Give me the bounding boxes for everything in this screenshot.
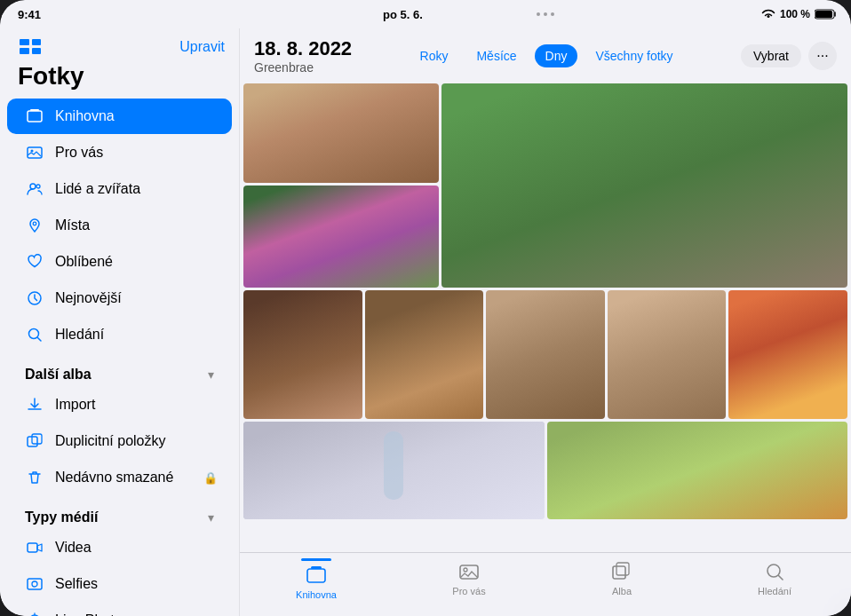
- wifi-icon: [761, 9, 775, 20]
- tab-albums-label: Alba: [612, 586, 632, 596]
- sidebar-label-duplicates: Duplicitní položky: [55, 433, 218, 449]
- svg-rect-27: [613, 566, 625, 579]
- video-icon: [25, 538, 44, 557]
- grid-top-left: [243, 83, 439, 288]
- sidebar-item-search[interactable]: Hledání: [7, 317, 232, 352]
- photo-person-top[interactable]: [243, 83, 439, 183]
- svg-rect-13: [28, 543, 37, 552]
- tab-for-you-label: Pro vás: [452, 586, 485, 596]
- photo-water-bottle[interactable]: [243, 422, 545, 519]
- sidebar-label-search: Hledání: [55, 327, 218, 343]
- photo-food-cut[interactable]: [547, 422, 848, 519]
- svg-point-26: [464, 568, 467, 572]
- svg-point-7: [36, 185, 40, 188]
- tab-for-you-icon: [457, 560, 481, 583]
- nav-all[interactable]: Všechny fotky: [585, 44, 683, 67]
- battery-icon: [815, 9, 837, 20]
- content-date: 18. 8. 2022: [254, 37, 352, 60]
- content-area: 18. 8. 2022 Greenbrae Roky Měsíce Dny Vš…: [240, 28, 851, 616]
- section-other-albums-chevron: ▾: [208, 367, 214, 382]
- content-location: Greenbrae: [254, 60, 352, 75]
- svg-point-10: [29, 329, 39, 339]
- svg-rect-14: [28, 579, 42, 589]
- section-other-albums[interactable]: Další alba ▾: [7, 356, 232, 386]
- sidebar-label-live-photos: Live Photos: [55, 612, 218, 616]
- sidebar-label-recents: Nejnovější: [55, 290, 218, 306]
- section-media-types-title: Typy médií: [25, 509, 98, 525]
- section-media-types-chevron: ▾: [208, 510, 214, 525]
- tab-bar: Knihovna Pro vás: [240, 552, 851, 616]
- sidebar-header: Upravit: [0, 28, 239, 62]
- import-icon: [25, 395, 44, 415]
- more-button[interactable]: ···: [808, 42, 837, 70]
- sidebar-item-favorites[interactable]: Oblíbené: [7, 244, 232, 280]
- photo-cooking1[interactable]: [243, 290, 362, 419]
- tab-for-you[interactable]: Pro vás: [438, 560, 500, 596]
- nav-months[interactable]: Měsíce: [465, 44, 527, 67]
- svg-rect-4: [28, 147, 42, 158]
- sidebar-title: Fotky: [0, 62, 239, 98]
- status-bar: 9:41 po 5. 6. 100 %: [0, 0, 851, 28]
- svg-point-6: [30, 184, 36, 189]
- grid-bottom-row: [243, 422, 847, 519]
- status-date: po 5. 6.: [383, 8, 423, 21]
- select-button[interactable]: Vybrat: [741, 44, 801, 67]
- sidebar-item-recents[interactable]: Nejnovější: [7, 280, 232, 316]
- sidebar-item-selfies[interactable]: Selfies: [7, 566, 232, 602]
- svg-rect-25: [460, 565, 478, 579]
- status-right: 100 %: [761, 8, 837, 20]
- tab-albums-icon: [610, 560, 633, 583]
- content-date-info: 18. 8. 2022 Greenbrae: [254, 37, 352, 75]
- svg-rect-23: [307, 569, 325, 582]
- sidebar-toggle-icon[interactable]: [18, 37, 43, 57]
- live-photos-icon: [25, 611, 44, 616]
- header-nav: Roky Měsíce Dny Všechny fotky: [410, 44, 684, 67]
- photo-fruits[interactable]: [728, 290, 847, 419]
- library-icon: [25, 107, 44, 126]
- edit-button[interactable]: Upravit: [179, 39, 225, 55]
- photo-flower[interactable]: [243, 186, 439, 288]
- status-time: 9:41: [18, 8, 41, 21]
- svg-point-5: [31, 150, 34, 153]
- content-header: 18. 8. 2022 Greenbrae Roky Měsíce Dny Vš…: [240, 28, 851, 80]
- tab-library[interactable]: Knihovna: [285, 560, 347, 600]
- nav-years[interactable]: Roky: [410, 44, 459, 67]
- photo-grid: [240, 80, 851, 552]
- sidebar-label-selfies: Selfies: [55, 576, 218, 592]
- sidebar-item-library[interactable]: Knihovna: [7, 99, 232, 134]
- svg-rect-24: [311, 566, 322, 569]
- sidebar-item-for-you[interactable]: Pro vás: [7, 135, 232, 170]
- sidebar-label-for-you: Pro vás: [55, 145, 218, 161]
- photo-outdoor-person[interactable]: [441, 83, 847, 288]
- trash-icon: [25, 468, 44, 487]
- main-layout: Upravit Fotky Knihovna: [0, 28, 851, 616]
- photo-kitchen2[interactable]: [608, 290, 727, 419]
- tab-search[interactable]: Hledání: [744, 560, 806, 596]
- photo-kitchen1[interactable]: [486, 290, 605, 419]
- nav-days[interactable]: Dny: [535, 44, 578, 67]
- tab-albums[interactable]: Alba: [591, 560, 653, 596]
- svg-rect-3: [30, 109, 39, 111]
- sidebar-item-import[interactable]: Import: [7, 387, 232, 423]
- recent-icon: [25, 288, 44, 308]
- sidebar-item-recently-deleted[interactable]: Nedávno smazané 🔒: [7, 460, 232, 495]
- sidebar-item-duplicates[interactable]: Duplicitní položky: [7, 423, 232, 459]
- section-media-types[interactable]: Typy médií ▾: [7, 499, 232, 529]
- sidebar-item-videos[interactable]: Videa: [7, 530, 232, 565]
- grid-top-row: [243, 83, 847, 288]
- selfie-icon: [25, 574, 44, 594]
- svg-rect-2: [28, 111, 42, 122]
- photo-bread[interactable]: [365, 290, 484, 419]
- sidebar-item-people[interactable]: Lidé a zvířata: [7, 171, 232, 207]
- for-you-icon: [25, 143, 44, 162]
- sidebar-item-places[interactable]: Místa: [7, 208, 232, 243]
- sidebar-label-recently-deleted: Nedávno smazané: [55, 470, 189, 486]
- sidebar-item-live-photos[interactable]: Live Photos: [7, 603, 232, 616]
- svg-point-15: [32, 581, 37, 587]
- duplicate-icon: [25, 431, 44, 451]
- sidebar-label-videos: Videa: [55, 540, 218, 556]
- svg-point-8: [33, 222, 36, 225]
- svg-rect-1: [815, 11, 832, 18]
- lock-icon: 🔒: [203, 471, 218, 485]
- sidebar-label-import: Import: [55, 397, 218, 413]
